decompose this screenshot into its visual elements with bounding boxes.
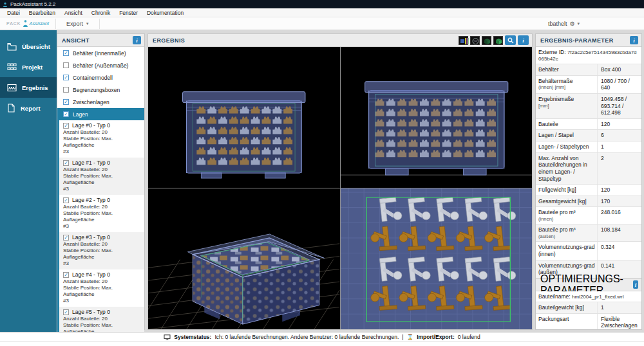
view-preset-dark-green-icon[interactable] (482, 36, 491, 45)
checkbox-label: Zwischenlagen (73, 99, 109, 105)
checkbox-icon[interactable]: ✓ (63, 111, 69, 117)
layer-title: Lage #2 - Typ 0 (72, 197, 110, 203)
layer-item-3[interactable]: ✓ Lage #3 - Typ 0 Anzahl Bauteile: 20 St… (59, 232, 144, 269)
checkbox-icon[interactable] (63, 87, 69, 93)
layer-title: Lage #4 - Typ 0 (72, 271, 110, 278)
sidebar-item-uebersicht[interactable]: Übersicht (0, 36, 57, 57)
external-id-label: Externe ID: (538, 49, 566, 55)
view-preset-green-icon[interactable] (493, 36, 503, 45)
layer-title: Lage #0 - Typ 0 (72, 122, 110, 129)
param-value: 170 (597, 196, 641, 207)
view-options-list: ✓ Behälter (Innenmaße) Behälter (Außenma… (57, 47, 144, 120)
layer-item-2[interactable]: ✓ Lage #2 - Typ 0 Anzahl Bauteile: 20 St… (59, 195, 144, 232)
viewport-iso-view[interactable] (148, 188, 340, 329)
result-params-title: ERGEBNIS-PARAMETER (540, 37, 614, 44)
param-row-behaelter: Behälter Box 400 (536, 64, 641, 76)
sidebar-item-report[interactable]: Report (0, 98, 57, 118)
toolbar: PACK Assistant Export ▾ tbathelt ⚙ ▾ (0, 17, 644, 30)
checkbox-icon[interactable]: ✓ (63, 75, 69, 80)
param-label: Gesamtgewicht [kg] (536, 196, 597, 207)
menu-bar: Datei Bearbeiten Ansicht Chronik Fenster… (0, 8, 644, 17)
param-row-lagen-stapel: Lagen / Stapel 6 (536, 130, 641, 141)
checkbox-icon[interactable]: ✓ (63, 235, 69, 241)
param-row-bauteile-m3-aussen: Bauteile pro m³ (außen) 108.184 (536, 224, 641, 242)
layer-position: Stabile Position: Max. Auflagefläche (63, 285, 142, 298)
user-name: tbathelt (548, 21, 567, 27)
viewport-front-view[interactable] (148, 47, 340, 188)
info-icon[interactable]: i (633, 280, 638, 289)
info-icon[interactable]: i (133, 36, 141, 44)
info-icon[interactable]: i (630, 36, 638, 44)
app-icon (3, 2, 8, 7)
hourglass-icon: ⌛ (407, 334, 414, 340)
param-value: Flexible Zwischenlagen (597, 314, 641, 331)
toolbar-separator (99, 19, 100, 29)
param-label: Max. Anzahl von Bauteildrehungen in eine… (536, 153, 597, 185)
view-preset-wireframe-icon[interactable] (470, 36, 480, 45)
system-status-label: Systemstatus: (174, 334, 211, 340)
checkbox-icon[interactable]: ✓ (63, 160, 69, 166)
checkbox-icon[interactable]: ✓ (63, 197, 69, 203)
result-view-panel: ERGEBNIS (147, 33, 533, 330)
system-status-text: Ich: 0 laufende Berechnungen. Andere Ben… (214, 334, 399, 340)
checkbox-label: Begrenzungsboxen (73, 87, 120, 93)
magnifier-icon (507, 37, 514, 44)
checkbox-icon[interactable]: ✓ (63, 99, 69, 105)
menu-datei[interactable]: Datei (3, 10, 24, 16)
param-label: Bauteile (536, 119, 597, 130)
layer-title: Lage #3 - Typ 0 (72, 234, 110, 241)
param-value: 1049.458 / 693.714 / 612.498 (597, 94, 641, 118)
menu-fenster[interactable]: Fenster (115, 10, 142, 16)
menu-dokumentation[interactable]: Dokumentation (142, 10, 188, 16)
menu-ansicht[interactable]: Ansicht (60, 10, 87, 16)
viewport-top-view[interactable] (341, 188, 533, 329)
sidebar-item-projekt[interactable]: Projekt (0, 57, 57, 77)
export-label: Export (66, 21, 83, 27)
layer-count: Anzahl Bauteile: 20 (63, 316, 142, 322)
export-button[interactable]: Export ▾ (56, 17, 99, 30)
logo-text-secondary: Assistant (30, 21, 49, 26)
checkbox-lagen[interactable]: ✓ Lagen (57, 108, 144, 120)
zoom-button[interactable] (505, 35, 516, 45)
sidebar-item-label: Übersicht (22, 43, 50, 50)
layer-item-4[interactable]: ✓ Lage #4 - Typ 0 Anzahl Bauteile: 20 St… (59, 269, 144, 307)
checkbox-behaelter-aussenmasse[interactable]: Behälter (Außenmaße) (57, 59, 144, 71)
checkbox-icon[interactable]: ✓ (63, 272, 69, 278)
param-row-packungsart: Packungsart Flexible Zwischenlagen (536, 314, 641, 331)
view-preset-colored-icon[interactable] (459, 36, 468, 45)
checkbox-icon[interactable] (63, 62, 69, 68)
checkbox-icon[interactable]: ✓ (63, 50, 69, 56)
layer-position: Stabile Position: Max. Auflagefläche (63, 210, 142, 223)
param-row-volumen-innen: Volumennutzungs-grad (innen) 0.324 (536, 242, 641, 260)
monitor-icon (164, 334, 171, 340)
viewport-side-view[interactable] (341, 47, 533, 188)
checkbox-behaelter-innenmasse[interactable]: ✓ Behälter (Innenmaße) (57, 47, 144, 59)
param-value: 1 (597, 141, 641, 152)
param-value: 108.184 (597, 224, 641, 241)
checkbox-containermodell[interactable]: ✓ Containermodell (57, 71, 144, 84)
layer-item-0[interactable]: ✓ Lage #0 - Typ 0 Anzahl Bauteile: 20 St… (59, 120, 144, 158)
result-params-header: ERGEBNIS-PARAMETER i (536, 34, 641, 47)
param-value: 6 (597, 130, 641, 141)
user-menu-button[interactable]: tbathelt ⚙ ▾ (548, 21, 580, 27)
param-value: 120 (597, 185, 641, 196)
checkbox-begrenzungsboxen[interactable]: Begrenzungsboxen (57, 84, 144, 96)
sidebar-item-label: Ergebnis (22, 84, 48, 91)
sidebar-item-label: Report (21, 105, 41, 112)
title-bar: PackAssistant 5.2.2 (0, 0, 644, 8)
layer-item-1[interactable]: ✓ Lage #1 - Typ 0 Anzahl Bauteile: 20 St… (59, 158, 144, 195)
checkbox-icon[interactable]: ✓ (63, 309, 69, 315)
checkbox-icon[interactable]: ✓ (63, 123, 69, 129)
param-label: Volumennutzungs-grad (innen) (536, 242, 597, 259)
layer-position: Stabile Position: Max. Auflagefläche (63, 173, 142, 186)
param-label: Bauteilgewicht [kg] (536, 302, 597, 313)
logo-person-icon (23, 20, 28, 27)
menu-bearbeiten[interactable]: Bearbeiten (24, 10, 60, 16)
menu-chronik[interactable]: Chronik (87, 10, 115, 16)
gear-icon: ⚙ (569, 21, 574, 27)
checkbox-zwischenlagen[interactable]: ✓ Zwischenlagen (57, 96, 144, 108)
layer-count: Anzahl Bauteile: 20 (63, 241, 142, 248)
layer-list: ✓ Lage #0 - Typ 0 Anzahl Bauteile: 20 St… (57, 120, 144, 344)
info-icon[interactable]: i (518, 35, 529, 45)
sidebar-item-ergebnis[interactable]: Ergebnis (0, 77, 57, 98)
